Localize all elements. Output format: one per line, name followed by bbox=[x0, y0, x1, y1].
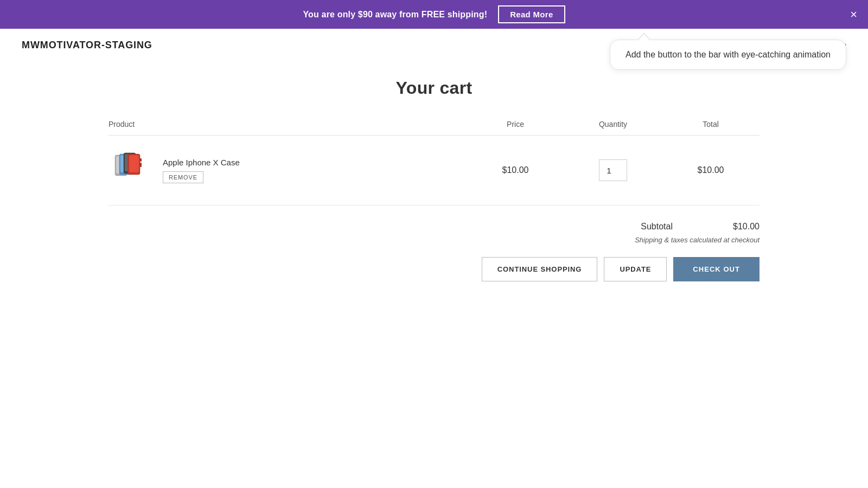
subtotal-row: Subtotal $10.00 bbox=[641, 222, 760, 232]
col-header-total: Total bbox=[662, 120, 760, 136]
remove-button[interactable]: REMOVE bbox=[163, 171, 203, 183]
svg-rect-8 bbox=[140, 158, 142, 162]
col-header-product: Product bbox=[108, 120, 467, 136]
tooltip-text: Add the button to the bar with eye-catch… bbox=[626, 50, 831, 59]
banner-text: You are only $90 away from FREE shipping… bbox=[303, 10, 487, 20]
action-buttons: CONTINUE SHOPPING UPDATE CHECK OUT bbox=[108, 257, 760, 281]
svg-rect-9 bbox=[140, 163, 142, 167]
quantity-input[interactable] bbox=[599, 159, 627, 181]
banner-close-button[interactable]: × bbox=[850, 9, 857, 21]
table-row: Apple Iphone X Case REMOVE $10.00 $10.00 bbox=[108, 136, 760, 206]
logo: MWMOTIVATOR-STAGING bbox=[22, 40, 152, 51]
product-info: Apple Iphone X Case REMOVE bbox=[163, 158, 240, 183]
tooltip-wrapper: Add the button to the bar with eye-catch… bbox=[610, 40, 846, 70]
tooltip-bubble: Add the button to the bar with eye-catch… bbox=[610, 40, 846, 70]
product-image bbox=[108, 149, 152, 192]
cart-table: Product Price Quantity Total bbox=[108, 120, 760, 206]
product-image-svg bbox=[111, 151, 150, 190]
product-quantity-cell bbox=[564, 136, 662, 206]
subtotal-section: Subtotal $10.00 Shipping & taxes calcula… bbox=[108, 222, 760, 244]
read-more-button[interactable]: Read More bbox=[498, 5, 565, 23]
shipping-note: Shipping & taxes calculated at checkout bbox=[635, 236, 760, 244]
main-content: Your cart Product Price Quantity Total bbox=[0, 62, 868, 298]
checkout-button[interactable]: CHECK OUT bbox=[673, 257, 760, 281]
product-name: Apple Iphone X Case bbox=[163, 158, 240, 167]
header: MWMOTIVATOR-STAGING Home Catalog Add the… bbox=[0, 29, 868, 62]
svg-rect-7 bbox=[129, 155, 139, 172]
product-total: $10.00 bbox=[662, 136, 760, 206]
update-button[interactable]: UPDATE bbox=[604, 257, 667, 281]
subtotal-value: $10.00 bbox=[716, 222, 760, 232]
top-banner: You are only $90 away from FREE shipping… bbox=[0, 0, 868, 29]
continue-shopping-button[interactable]: CONTINUE SHOPPING bbox=[482, 257, 598, 281]
col-header-quantity: Quantity bbox=[564, 120, 662, 136]
col-header-price: Price bbox=[467, 120, 564, 136]
product-price: $10.00 bbox=[467, 136, 564, 206]
product-cell: Apple Iphone X Case REMOVE bbox=[108, 136, 467, 206]
subtotal-label: Subtotal bbox=[641, 222, 673, 232]
cart-title: Your cart bbox=[108, 78, 760, 98]
